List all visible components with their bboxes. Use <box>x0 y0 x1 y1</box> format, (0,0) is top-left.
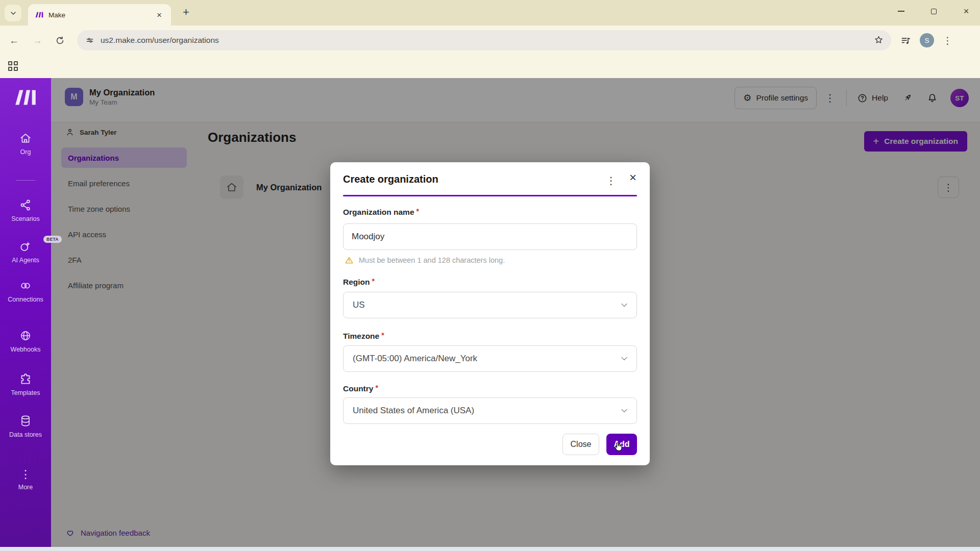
browser-tab[interactable]: Make × <box>28 4 171 26</box>
sidebar-item-label: Webhooks <box>11 346 41 354</box>
chevron-down-icon <box>619 300 629 310</box>
required-asterisk: * <box>375 384 378 392</box>
sidebar: Org Scenarios BETA AI Agents <box>0 78 51 547</box>
window-minimize-button[interactable] <box>894 5 908 18</box>
link-icon <box>19 279 32 292</box>
sidebar-item-label: More <box>18 484 33 492</box>
timezone-value: (GMT-05:00) America/New_York <box>353 354 477 364</box>
site-info-icon[interactable] <box>85 36 94 45</box>
forward-button[interactable]: → <box>33 36 42 45</box>
required-asterisk: * <box>372 277 375 285</box>
new-tab-button[interactable]: + <box>183 7 189 18</box>
browser-profile-avatar[interactable]: S <box>920 33 934 47</box>
required-asterisk: * <box>416 207 419 215</box>
timezone-select[interactable]: (GMT-05:00) America/New_York <box>343 345 637 372</box>
kebab-icon: ⋮ <box>20 469 31 480</box>
close-button[interactable]: Close <box>562 434 599 455</box>
window-close-button[interactable]: × <box>960 5 973 18</box>
required-asterisk: * <box>381 331 384 339</box>
region-label: Region* <box>343 277 375 287</box>
organization-name-hint: Must be between 1 and 128 characters lon… <box>359 256 505 264</box>
tab-search-button[interactable] <box>5 5 21 21</box>
sidebar-item-label: Connections <box>8 296 43 304</box>
make-favicon-icon <box>35 11 43 18</box>
sidebar-item-templates[interactable]: Templates <box>0 372 51 397</box>
sidebar-divider <box>16 180 35 181</box>
add-button[interactable]: Add <box>606 434 637 455</box>
browser-tabstrip: Make × + × <box>0 0 980 26</box>
create-organization-dialog: Create organization ⋮ × Organization nam… <box>330 162 650 465</box>
sidebar-item-more[interactable]: ⋮ More <box>0 469 51 492</box>
window-controls: × <box>894 0 973 22</box>
warning-icon <box>345 256 354 265</box>
beta-badge: BETA <box>43 236 62 243</box>
tab-close-button[interactable]: × <box>155 10 164 20</box>
minimize-icon <box>898 11 904 12</box>
sidebar-item-scenarios[interactable]: Scenarios <box>0 198 51 223</box>
app: Org Scenarios BETA AI Agents <box>0 78 980 547</box>
make-logo[interactable] <box>14 88 37 107</box>
share-icon <box>19 198 32 212</box>
browser-menu-button[interactable]: ⋮ <box>943 36 952 45</box>
back-button[interactable]: ← <box>9 36 19 45</box>
sidebar-item-label: Scenarios <box>11 215 40 223</box>
puzzle-icon <box>19 372 32 386</box>
toolbar-right: S ⋮ <box>900 33 952 47</box>
organization-name-label: Organization name* <box>343 207 419 217</box>
maximize-icon <box>931 9 937 14</box>
globe-icon <box>19 329 32 342</box>
chevron-down-icon <box>619 406 629 416</box>
reload-button[interactable] <box>55 36 65 45</box>
country-select[interactable]: United States of America (USA) <box>343 397 637 424</box>
url-bar[interactable]: us2.make.com/user/organizations <box>77 30 891 51</box>
bookmarks-bar <box>0 55 980 78</box>
home-icon <box>19 132 32 145</box>
screen: Make × + × ← → us2.make.com/user/organiz… <box>0 0 980 551</box>
modal-footer: Close Add <box>343 434 637 455</box>
apps-grid-icon[interactable] <box>8 61 18 71</box>
url-text: us2.make.com/user/organizations <box>101 36 219 45</box>
country-label: Country* <box>343 384 378 393</box>
modal-title: Create organization <box>343 173 438 185</box>
window-maximize-button[interactable] <box>927 5 940 18</box>
modal-menu-button[interactable]: ⋮ <box>606 174 616 187</box>
sidebar-item-label: Templates <box>11 389 40 397</box>
modal-close-button[interactable]: × <box>629 171 636 184</box>
bookmark-star-button[interactable] <box>873 35 884 45</box>
sidebar-item-webhooks[interactable]: Webhooks <box>0 329 51 354</box>
region-value: US <box>353 300 365 310</box>
organization-name-hint-row: Must be between 1 and 128 characters lon… <box>345 256 505 265</box>
sidebar-item-data-stores[interactable]: Data stores <box>0 414 51 439</box>
chevron-down-icon <box>9 9 17 17</box>
sidebar-item-org[interactable]: Org <box>0 132 51 157</box>
country-value: United States of America (USA) <box>353 406 474 416</box>
tab-title: Make <box>48 11 155 19</box>
media-controls-button[interactable] <box>900 35 911 46</box>
chevron-down-icon <box>619 354 629 364</box>
organization-name-input[interactable] <box>343 223 637 250</box>
region-select[interactable]: US <box>343 292 637 318</box>
sidebar-item-connections[interactable]: Connections <box>0 279 51 304</box>
sidebar-item-label: Data stores <box>9 431 42 439</box>
sparkle-icon: BETA <box>19 240 32 253</box>
sidebar-item-label: AI Agents <box>12 257 39 265</box>
browser-toolbar: ← → us2.make.com/user/organizations S ⋮ <box>0 26 980 55</box>
sidebar-item-ai-agents[interactable]: BETA AI Agents <box>0 240 51 265</box>
database-icon <box>19 414 32 428</box>
app-content: M My Organization My Team ⚙ Profile sett… <box>51 78 980 547</box>
window-bottom-edge <box>0 547 980 551</box>
modal-title-divider <box>343 195 637 196</box>
sidebar-item-label: Org <box>20 148 31 157</box>
timezone-label: Timezone* <box>343 331 384 341</box>
